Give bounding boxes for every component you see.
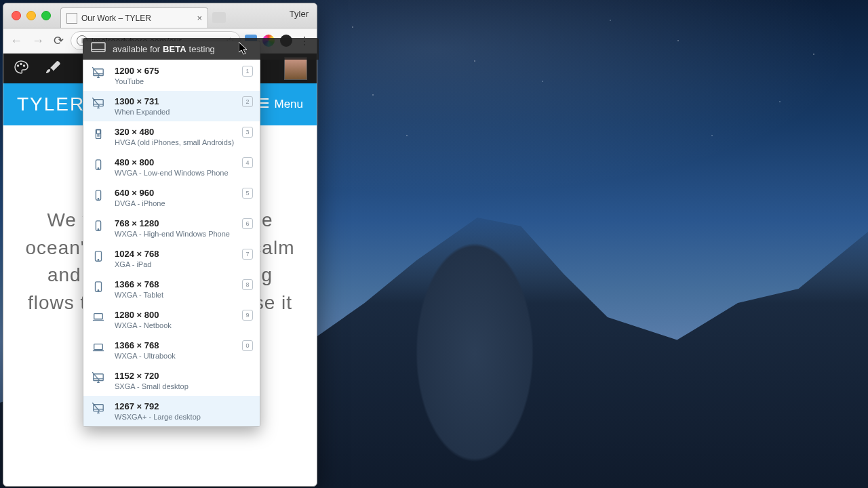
resize-option-resolution: 1024 × 768 <box>115 249 159 259</box>
nav-back-button[interactable]: ← <box>7 34 25 48</box>
feature-icon <box>92 127 105 140</box>
popup-header-bold: BETA <box>163 44 186 54</box>
phone-icon <box>92 218 105 232</box>
svg-point-23 <box>98 229 98 230</box>
resize-option[interactable]: 1152 × 720SXGA - Small desktop <box>83 365 260 396</box>
resize-option[interactable]: 1300 × 731When Expanded2 <box>83 91 260 121</box>
resize-option-description: WXGA - Ultrabook <box>115 352 176 360</box>
svg-point-19 <box>98 168 98 169</box>
mouse-cursor <box>239 42 250 58</box>
resize-option-description: DVGA - iPhone <box>115 199 165 207</box>
svg-point-27 <box>98 290 98 291</box>
laptop-icon <box>92 340 105 354</box>
resize-option[interactable]: 768 × 1280WXGA - High-end Windows Phone6 <box>83 213 260 243</box>
site-menu-button[interactable]: Menu <box>256 98 303 111</box>
desktop-icon <box>92 371 105 384</box>
resize-option-description: YouTube <box>115 77 159 85</box>
resize-option-description: WSXGA+ - Large desktop <box>115 413 201 421</box>
resize-option-description: WXGA - Tablet <box>115 291 163 299</box>
phone-icon <box>92 188 105 201</box>
resize-option[interactable]: 320 × 480HVGA (old iPhones, small Androi… <box>83 121 260 152</box>
resize-option[interactable]: 640 × 960DVGA - iPhone5 <box>83 182 260 213</box>
resize-option-resolution: 1300 × 731 <box>115 96 170 106</box>
window-titlebar[interactable]: Our Work – TYLER × Tyler <box>3 3 317 28</box>
nav-forward-button: → <box>29 34 47 48</box>
window-close-button[interactable] <box>12 11 21 20</box>
popup-header: available for BETA testing <box>83 38 319 60</box>
window-minimize-button[interactable] <box>26 11 36 20</box>
tab-title: Our Work – TYLER <box>81 14 151 23</box>
resize-option-description: When Expanded <box>115 108 170 116</box>
tablet-icon <box>92 249 105 262</box>
resize-option[interactable]: 1200 × 675YouTube1 <box>83 60 260 91</box>
resize-option-description: WVGA - Low-end Windows Phone <box>115 169 229 177</box>
resize-option-resolution: 1152 × 720 <box>115 371 189 381</box>
svg-rect-6 <box>92 43 105 52</box>
palette-icon[interactable] <box>13 59 29 78</box>
resize-option-hotkey: 1 <box>242 66 253 77</box>
resize-option-hotkey: 3 <box>242 127 253 138</box>
popup-header-prefix: available for <box>113 44 160 54</box>
resize-option[interactable]: 1366 × 768WXGA - Tablet8 <box>83 274 260 304</box>
popup-header-device-icon <box>91 42 106 56</box>
resize-option-hotkey: 8 <box>242 279 253 290</box>
svg-point-1 <box>20 64 22 65</box>
browser-tab[interactable]: Our Work – TYLER × <box>60 7 208 28</box>
svg-rect-28 <box>94 314 103 319</box>
site-menu-label: Menu <box>274 98 303 111</box>
tab-strip: Our Work – TYLER × <box>60 7 226 28</box>
resize-option-hotkey: 2 <box>242 96 253 107</box>
desktop-icon <box>92 401 105 415</box>
profile-name[interactable]: Tyler <box>290 9 309 19</box>
resize-option-description: SXGA - Small desktop <box>115 382 189 390</box>
site-brand[interactable]: TYLER <box>17 94 85 115</box>
resize-option-resolution: 768 × 1280 <box>115 218 230 228</box>
svg-rect-15 <box>96 130 100 134</box>
resize-option[interactable]: 1267 × 792WSXGA+ - Large desktop <box>83 396 260 426</box>
resize-option-description: XGA - iPad <box>115 260 159 268</box>
resize-popup-list: 1200 × 675YouTube11300 × 731When Expande… <box>83 60 260 426</box>
tab-favicon <box>66 13 77 24</box>
resize-option-resolution: 1366 × 768 <box>115 279 163 289</box>
resize-option-resolution: 640 × 960 <box>115 188 165 198</box>
user-avatar[interactable] <box>284 57 307 80</box>
resize-option[interactable]: 1280 × 800WXGA - Netbook9 <box>83 304 260 335</box>
resize-option-resolution: 1366 × 768 <box>115 340 176 350</box>
laptop-icon <box>92 310 105 323</box>
resize-option[interactable]: 480 × 800WVGA - Low-end Windows Phone4 <box>83 152 260 182</box>
resize-option-resolution: 1200 × 675 <box>115 66 159 76</box>
resize-option-hotkey: 9 <box>242 310 253 321</box>
nav-reload-button[interactable]: ⟳ <box>51 33 66 48</box>
brush-icon[interactable] <box>44 59 60 78</box>
svg-point-2 <box>24 65 25 66</box>
resize-option[interactable]: 1024 × 768XGA - iPad7 <box>83 243 260 274</box>
resize-option-resolution: 1267 × 792 <box>115 401 201 411</box>
resize-option-resolution: 1280 × 800 <box>115 310 172 320</box>
phone-icon <box>92 157 105 171</box>
new-tab-button[interactable] <box>212 12 226 23</box>
resize-option-hotkey: 5 <box>242 188 253 199</box>
resize-option-resolution: 480 × 800 <box>115 157 229 167</box>
tab-close-icon[interactable]: × <box>197 13 202 23</box>
resize-option-hotkey: 7 <box>242 249 253 260</box>
desktop-icon <box>92 66 105 79</box>
resize-option-resolution: 320 × 480 <box>115 127 234 137</box>
resize-option-description: WXGA - Netbook <box>115 321 172 329</box>
traffic-lights <box>3 11 51 20</box>
svg-point-0 <box>18 65 19 66</box>
tablet-icon <box>92 279 105 293</box>
resize-option-hotkey: 4 <box>242 157 253 168</box>
resize-option-description: WXGA - High-end Windows Phone <box>115 230 230 238</box>
svg-point-21 <box>98 199 98 199</box>
desktop-icon <box>92 96 105 110</box>
resize-popup[interactable]: 1200 × 675YouTube11300 × 731When Expande… <box>83 41 260 427</box>
popup-header-suffix: testing <box>189 44 215 54</box>
resize-option[interactable]: 1366 × 768WXGA - Ultrabook0 <box>83 335 260 365</box>
resize-option-description: HVGA (old iPhones, small Androids) <box>115 138 234 146</box>
window-maximize-button[interactable] <box>41 11 51 20</box>
svg-point-25 <box>98 260 98 260</box>
resize-option-hotkey: 0 <box>242 340 253 351</box>
svg-rect-29 <box>94 344 103 350</box>
resize-option-hotkey: 6 <box>242 218 253 229</box>
